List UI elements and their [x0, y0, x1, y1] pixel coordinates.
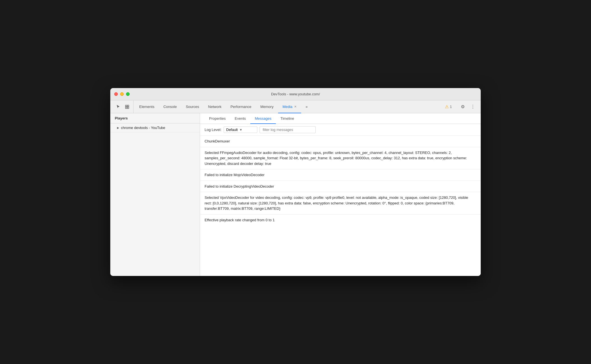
sub-tab-events[interactable]: Events [230, 114, 250, 124]
tab-media[interactable]: Media ✕ [278, 101, 301, 113]
message-row: Selected VpxVideoDecoder for video decod… [200, 192, 481, 215]
devtools-main: Players ▶ chrome devtools - YouTube Prop… [110, 113, 481, 276]
panel: Properties Events Messages Timeline Log … [200, 113, 481, 276]
sidebar-arrow-icon: ▶ [117, 126, 119, 129]
message-row: Effective playback rate changed from 0 t… [200, 215, 481, 226]
log-level-bar: Log Level: Default ▾ [200, 124, 481, 136]
toolbar-right: ⚠ 1 ⚙ ⋮ [443, 100, 479, 113]
devtools-toolbar: Elements Console Sources Network Perform… [110, 100, 481, 113]
svg-rect-1 [127, 105, 129, 107]
svg-rect-3 [127, 107, 129, 109]
sidebar-header: Players [110, 113, 200, 123]
tab-network[interactable]: Network [204, 101, 226, 113]
tab-memory[interactable]: Memory [256, 101, 278, 113]
window-title: DevTools - www.youtube.com/ [271, 92, 320, 96]
devtools-window: DevTools - www.youtube.com/ Elements [110, 88, 481, 276]
settings-icon[interactable]: ⚙ [459, 103, 467, 111]
more-tabs-button[interactable]: » [301, 101, 312, 113]
sidebar: Players ▶ chrome devtools - YouTube [110, 113, 200, 276]
sub-tab-messages[interactable]: Messages [250, 114, 276, 124]
svg-rect-0 [125, 105, 127, 107]
tab-console[interactable]: Console [159, 101, 181, 113]
messages-list: ChunkDemuxer Selected FFmpegAudioDecoder… [200, 136, 481, 276]
sub-tab-properties[interactable]: Properties [205, 114, 230, 124]
sub-tabs: Properties Events Messages Timeline [200, 113, 481, 124]
message-row: Selected FFmpegAudioDecoder for audio de… [200, 147, 481, 170]
close-button[interactable] [114, 92, 118, 96]
dropdown-arrow-icon: ▾ [240, 128, 242, 132]
warning-icon: ⚠ [445, 104, 449, 109]
log-level-select[interactable]: Default ▾ [224, 126, 257, 133]
warning-badge[interactable]: ⚠ 1 [445, 104, 452, 109]
svg-rect-2 [125, 107, 127, 109]
message-row: Failed to initialize DecryptingVideoDeco… [200, 181, 481, 192]
close-tab-media[interactable]: ✕ [294, 105, 297, 109]
toolbar-tabs: Elements Console Sources Network Perform… [135, 100, 443, 113]
cursor-icon[interactable] [114, 103, 122, 111]
toolbar-icons [112, 100, 134, 113]
filter-input[interactable] [260, 126, 316, 133]
message-row: ChunkDemuxer [200, 136, 481, 147]
inspect-icon[interactable] [123, 103, 131, 111]
message-row: Failed to initialize MojoVideoDecoder [200, 169, 481, 181]
traffic-lights [114, 92, 130, 96]
sidebar-item-youtube[interactable]: ▶ chrome devtools - YouTube [110, 123, 200, 132]
tab-performance[interactable]: Performance [226, 101, 256, 113]
sub-tab-timeline[interactable]: Timeline [276, 114, 299, 124]
tab-elements[interactable]: Elements [135, 101, 159, 113]
log-level-label: Log Level: [205, 128, 221, 132]
maximize-button[interactable] [126, 92, 130, 96]
more-options-icon[interactable]: ⋮ [469, 103, 477, 111]
tab-sources[interactable]: Sources [181, 101, 204, 113]
title-bar: DevTools - www.youtube.com/ [110, 88, 481, 100]
minimize-button[interactable] [120, 92, 124, 96]
